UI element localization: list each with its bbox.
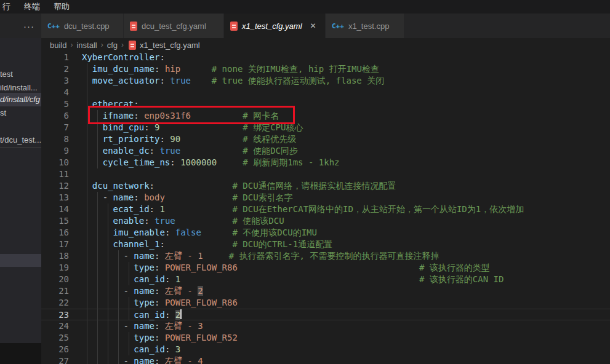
indent-guide	[118, 332, 119, 344]
indent-guide	[129, 344, 129, 355]
breadcrumb-item[interactable]: build	[50, 41, 66, 50]
indent-guide	[87, 180, 87, 192]
code-line[interactable]: 17 channel_1: # DCU的CTRL-1通道配置	[41, 239, 610, 250]
tab-x1_test_cfg.yaml[interactable]: x1_test_cfg.yaml✕	[224, 14, 326, 38]
indent-guide	[108, 262, 108, 274]
code-line[interactable]: 6 ifname: enp0s31f6 # 网卡名	[41, 110, 610, 122]
code-line[interactable]: 21 - name: 左臂 - 2	[41, 285, 610, 297]
code-text: rt_priority: 90 # 线程优先级	[82, 133, 610, 145]
indent-guide	[129, 309, 129, 320]
indent-guide	[87, 250, 87, 262]
code-line[interactable]: 10 cycle_time_ns: 1000000 # 刷新周期1ms - 1k…	[41, 157, 610, 168]
tab-label: dcu_test.cpp	[64, 22, 110, 31]
indent-guide	[87, 262, 87, 274]
code-line[interactable]: 20 can_id: 1 # 该执行器的CAN ID	[41, 274, 610, 285]
indent-guide	[87, 98, 87, 110]
line-number: 10	[41, 157, 82, 168]
sidebar-highlight-band[interactable]	[0, 254, 41, 267]
code-line[interactable]: 11	[41, 168, 610, 180]
indent-guide	[87, 122, 87, 133]
code-line[interactable]: 3 move_actuator: true # true 使能执行器运动测试, …	[41, 75, 610, 87]
code-line[interactable]: 22 type: POWER_FLOW_R86	[41, 297, 610, 309]
code-line[interactable]: 1XyberController:	[41, 52, 610, 63]
indent-guide	[97, 320, 98, 332]
code-text: - name: 左臂 - 4	[82, 355, 610, 364]
line-number: 12	[41, 180, 82, 192]
tab-dcu_test_cfg.yaml[interactable]: dcu_test_cfg.yaml	[124, 14, 224, 38]
code-line[interactable]: 24 - name: 左臂 - 3	[41, 320, 610, 332]
code-line[interactable]: 14 ecat_id: 1 # DCU在EtherCAT网络中的ID，从主站开始…	[41, 204, 610, 215]
line-number: 24	[41, 320, 82, 332]
menu-item[interactable]: 终端	[24, 1, 40, 12]
indent-guide	[97, 262, 98, 274]
sidebar-item[interactable]: test	[0, 68, 41, 81]
line-number: 3	[41, 75, 82, 87]
indent-guide	[97, 250, 98, 262]
indent-guide	[87, 75, 87, 87]
indent-guide	[129, 274, 129, 285]
code-area[interactable]: 1XyberController:2 imu_dcu_name: hip # n…	[41, 52, 610, 364]
code-line[interactable]: 8 rt_priority: 90 # 线程优先级	[41, 133, 610, 145]
code-text: - name: 左臂 - 2	[82, 285, 610, 297]
line-number: 25	[41, 332, 82, 344]
vscode-window: 行终端帮助 ··· C++dcu_test.cppdcu_test_cfg.ya…	[0, 0, 610, 364]
code-line[interactable]: 5 ethercat:	[41, 98, 610, 110]
code-line[interactable]: 27 - name: 左臂 - 4	[41, 355, 610, 364]
indent-guide	[108, 297, 108, 309]
sidebar-item[interactable]: d/install/cfg	[0, 93, 41, 106]
code-line[interactable]: 7 bind_cpu: 9 # 绑定CPU核心	[41, 122, 610, 133]
indent-guide	[87, 215, 87, 227]
code-line[interactable]: 13 - name: body # DCU索引名字	[41, 192, 610, 204]
indent-guide	[97, 309, 98, 320]
indent-guide	[87, 145, 87, 157]
indent-guide	[87, 309, 87, 320]
sidebar-item[interactable]: t/dcu_test...	[0, 133, 41, 147]
indent-guide	[87, 110, 87, 122]
menu-item[interactable]: 行	[2, 1, 10, 12]
code-line[interactable]: 12 dcu_network: # DCU通信网络，请根据实机连接情况配置	[41, 180, 610, 192]
code-text: - name: 左臂 - 1 # 执行器索引名字, 不需要控制的执行器可直接注释…	[82, 250, 610, 262]
line-number: 27	[41, 355, 82, 364]
code-line[interactable]: 23 can_id: 2	[41, 309, 610, 320]
line-number: 15	[41, 215, 82, 227]
indent-guide	[118, 250, 119, 262]
indent-guide	[129, 297, 129, 309]
breadcrumb-item[interactable]: install	[76, 41, 97, 50]
indent-guide	[118, 320, 119, 332]
tab-dcu_test.cpp[interactable]: C++dcu_test.cpp	[41, 14, 124, 38]
breadcrumb-file[interactable]: x1_test_cfg.yaml	[140, 41, 200, 50]
sidebar-item[interactable]: st	[0, 106, 41, 120]
code-text: ecat_id: 1 # DCU在EtherCAT网络中的ID，从主站开始，第一…	[82, 204, 610, 215]
code-text: move_actuator: true # true 使能执行器运动测试, fl…	[82, 75, 610, 87]
line-number: 17	[41, 239, 82, 250]
code-line[interactable]: 9 enable_dc: true # 使能DC同步	[41, 145, 610, 157]
indent-guide	[108, 239, 108, 250]
code-line[interactable]: 19 type: POWER_FLOW_R86 # 该执行器的类型	[41, 262, 610, 274]
indent-guide	[87, 63, 87, 75]
indent-guide	[108, 355, 108, 364]
breadcrumb-item[interactable]: cfg	[107, 41, 118, 50]
code-line[interactable]: 26 can_id: 3	[41, 344, 610, 355]
tab-x1_test.cpp[interactable]: C++x1_test.cpp	[326, 14, 404, 38]
code-line[interactable]: 4	[41, 87, 610, 98]
more-actions-icon[interactable]: ···	[18, 14, 39, 38]
close-icon[interactable]: ✕	[308, 21, 318, 31]
code-line[interactable]: 16 imu_enable: false # 不使用该DCU的IMU	[41, 227, 610, 239]
editor-pane[interactable]: 1XyberController:2 imu_dcu_name: hip # n…	[41, 52, 610, 364]
line-number: 14	[41, 204, 82, 215]
indent-guide	[118, 262, 119, 274]
code-line[interactable]: 18 - name: 左臂 - 1 # 执行器索引名字, 不需要控制的执行器可直…	[41, 250, 610, 262]
code-text: type: POWER_FLOW_R52	[82, 332, 610, 344]
code-text: can_id: 3	[82, 344, 610, 355]
code-line[interactable]: 2 imu_dcu_name: hip # none 关闭IMU检查, hip …	[41, 63, 610, 75]
indent-guide	[108, 204, 108, 215]
indent-guide	[97, 122, 98, 133]
indent-guide	[118, 309, 119, 320]
line-number: 19	[41, 262, 82, 274]
code-line[interactable]: 25 type: POWER_FLOW_R52	[41, 332, 610, 344]
line-number: 4	[41, 87, 82, 98]
code-line[interactable]: 15 enable: true # 使能该DCU	[41, 215, 610, 227]
menu-item[interactable]: 帮助	[54, 1, 70, 12]
indent-guide	[87, 87, 87, 98]
indent-guide	[97, 204, 98, 215]
